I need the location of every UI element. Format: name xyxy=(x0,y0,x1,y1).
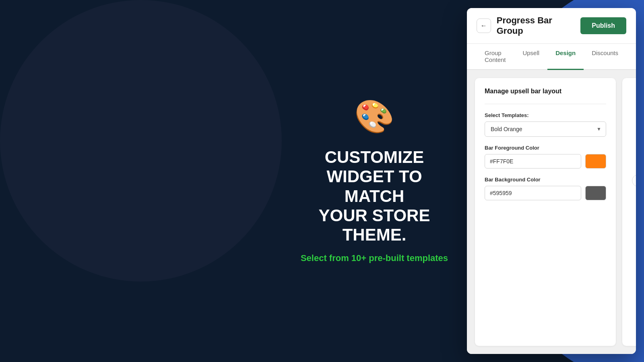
page-title: Progress Bar Group xyxy=(497,15,581,36)
palette-icon: 🎨 xyxy=(354,98,394,136)
left-panel: 🎨 CUSTOMIZE WIDGET TO MATCH YOUR STORE T… xyxy=(282,0,467,362)
tab-group-content[interactable]: Group Content xyxy=(477,44,514,70)
background-label: Bar Background Color xyxy=(485,177,606,183)
settings-title: Manage upsell bar layout xyxy=(485,88,606,95)
foreground-label: Bar Foreground Color xyxy=(485,145,606,151)
app-window: ← Progress Bar Group Publish Group Conte… xyxy=(467,8,636,354)
bg-circle xyxy=(0,0,282,282)
template-select[interactable]: Bold Orange Classic Green Minimal Blue D… xyxy=(485,121,606,137)
tab-design[interactable]: Design xyxy=(547,44,584,70)
background-input[interactable] xyxy=(485,186,581,200)
template-select-wrapper: Bold Orange Classic Green Minimal Blue D… xyxy=(485,121,606,137)
foreground-row xyxy=(485,154,606,169)
template-label: Select Templates: xyxy=(485,112,606,118)
settings-divider xyxy=(485,104,606,104)
preview-panel: You are $90 away from Free Shipping! 🚚 $… xyxy=(622,78,636,346)
upsell-carousel: ‹ 🧴 Upsell P... $ 12.00 Add to cart 🧴 xyxy=(632,162,636,200)
carousel-prev-button[interactable]: ‹ xyxy=(632,175,636,187)
sub-heading: Select from 10+ pre-built templates xyxy=(301,253,448,264)
background-swatch[interactable] xyxy=(585,186,606,200)
preview-message: You are $90 away from Free Shipping! 🚚 xyxy=(632,88,636,95)
foreground-input[interactable] xyxy=(485,154,581,169)
main-content: Manage upsell bar layout Select Template… xyxy=(467,70,636,354)
publish-button[interactable]: Publish xyxy=(580,17,626,34)
main-heading: CUSTOMIZE WIDGET TO MATCH YOUR STORE THE… xyxy=(298,148,451,245)
back-button[interactable]: ← xyxy=(477,19,491,33)
tabs-bar: Group Content Upsell Design Discounts xyxy=(467,44,636,70)
tab-upsell[interactable]: Upsell xyxy=(514,44,547,70)
app-header: ← Progress Bar Group Publish xyxy=(467,8,636,44)
tab-discounts[interactable]: Discounts xyxy=(584,44,626,70)
header-left: ← Progress Bar Group xyxy=(477,15,580,36)
background-row xyxy=(485,186,606,200)
foreground-swatch[interactable] xyxy=(585,154,606,169)
settings-panel: Manage upsell bar layout Select Template… xyxy=(475,78,616,346)
